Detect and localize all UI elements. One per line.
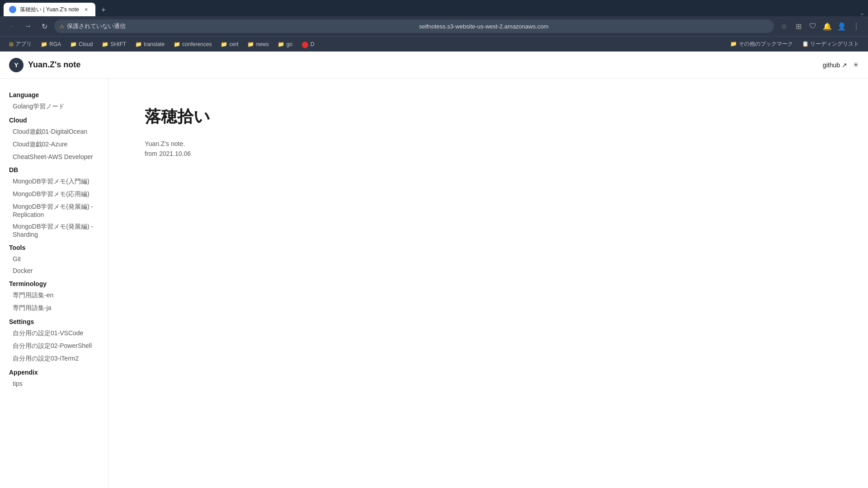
bookmark-apps[interactable]: ⊞ アプリ: [5, 38, 35, 50]
nav-actions: ☆ ⊞ 🛡 🔔 👤 ⋮: [778, 20, 863, 33]
folder-icon: 📁: [247, 41, 254, 47]
folder-icon: 📁: [70, 41, 77, 47]
reading-list-label: 📋 リーディングリスト: [802, 40, 859, 48]
tab-favicon: [9, 6, 16, 13]
tab-bar: 落穂拾い | Yuan.Z's note ✕ + ⌄: [0, 0, 868, 16]
window-controls: ⌄: [860, 10, 864, 16]
bookmark-d[interactable]: ⬤ D: [298, 39, 318, 50]
apps-grid-icon: ⊞: [9, 41, 14, 47]
active-tab[interactable]: 落穂拾い | Yuan.Z's note ✕: [4, 3, 95, 16]
refresh-button[interactable]: ↻: [38, 20, 51, 33]
bookmark-conferences-label: conferences: [182, 41, 212, 47]
github-link[interactable]: github ↗: [823, 61, 847, 69]
sidebar-section-db: DB: [0, 163, 108, 175]
extension3-button[interactable]: 🔔: [821, 20, 834, 33]
tab-title: 落穂拾い | Yuan.Z's note: [20, 6, 79, 14]
other-bookmarks-label: 📁 その他のブックマーク: [730, 40, 793, 48]
tab-bar-right: ⌄: [860, 10, 868, 16]
github-label: github: [823, 61, 840, 69]
sidebar-section-cloud: Cloud: [0, 113, 108, 126]
sidebar: Language Golang学習ノード Cloud Cloud遊戯01-Dig…: [0, 79, 108, 488]
sidebar-item-azure[interactable]: Cloud遊戯02-Azure: [0, 138, 108, 151]
bookmark-conferences[interactable]: 📁 conferences: [170, 39, 215, 49]
sidebar-item-golang[interactable]: Golang学習ノード: [0, 100, 108, 113]
subtitle-line1: Yuan.Z's note.: [145, 139, 832, 149]
lock-icon: ⚠: [60, 23, 64, 29]
sidebar-item-terminology-ja[interactable]: 専門用語集-ja: [0, 302, 108, 314]
bookmarks-bar: ⊞ アプリ 📁 RGA 📁 Cloud 📁 SHIFT 📁 translate …: [0, 36, 868, 52]
sidebar-item-vscode[interactable]: 自分用の設定01-VSCode: [0, 327, 108, 340]
sidebar-item-docker[interactable]: Docker: [0, 265, 108, 277]
nav-bar: ← → ↻ ⚠ 保護されていない通信 selfnotess.s3-website…: [0, 16, 868, 36]
url-text: selfnotess.s3-website-us-west-2.amazonaw…: [419, 23, 769, 30]
tab-close-button[interactable]: ✕: [83, 6, 90, 13]
bookmark-cert-label: cert: [229, 41, 238, 47]
sidebar-item-terminology-en[interactable]: 専門用語集-en: [0, 289, 108, 302]
bookmark-cloud[interactable]: 📁 Cloud: [66, 39, 96, 49]
sidebar-section-settings: Settings: [0, 314, 108, 327]
subtitle-line2: from 2021.10.06: [145, 149, 832, 159]
page-wrapper: Y Yuan.Z's note github ↗ ☀ Language Gola…: [0, 52, 868, 488]
bookmark-go-label: go: [286, 41, 292, 47]
folder-icon: 📁: [221, 41, 227, 47]
bookmark-cert[interactable]: 📁 cert: [217, 39, 242, 49]
sidebar-section-language: Language: [0, 88, 108, 100]
sidebar-section-tools: Tools: [0, 240, 108, 253]
bookmark-apps-label: アプリ: [15, 40, 32, 48]
main-layout: Language Golang学習ノード Cloud Cloud遊戯01-Dig…: [0, 79, 868, 488]
forward-button[interactable]: →: [22, 20, 34, 33]
site-title: Yuan.Z's note: [28, 60, 80, 70]
site-logo[interactable]: Y Yuan.Z's note: [9, 58, 80, 72]
sidebar-item-aws[interactable]: CheatSheet-AWS Developer: [0, 151, 108, 163]
folder-icon: 📁: [278, 41, 284, 47]
logo-icon: Y: [9, 58, 24, 72]
sidebar-section-appendix: Appendix: [0, 365, 108, 378]
bookmark-d-label: D: [311, 41, 315, 47]
sidebar-section-terminology: Terminology: [0, 277, 108, 289]
other-bookmarks[interactable]: 📁 その他のブックマーク: [726, 38, 796, 50]
sidebar-item-git[interactable]: Git: [0, 253, 108, 265]
page-title: 落穂拾い: [145, 106, 832, 128]
sidebar-item-mongodb-intro[interactable]: MongoDB学習メモ(入門編): [0, 175, 108, 188]
external-link-icon: ↗: [842, 61, 847, 69]
bookmark-translate[interactable]: 📁 translate: [132, 39, 168, 49]
folder-icon: 📁: [174, 41, 180, 47]
bookmark-star-button[interactable]: ☆: [778, 20, 790, 33]
sidebar-item-iterm2[interactable]: 自分用の設定03-iTerm2: [0, 352, 108, 365]
bookmark-news-label: news: [256, 41, 269, 47]
back-button[interactable]: ←: [5, 20, 18, 33]
bookmark-shift[interactable]: 📁 SHIFT: [98, 39, 130, 49]
reading-list[interactable]: 📋 リーディングリスト: [798, 38, 863, 50]
sidebar-item-mongodb-advanced[interactable]: MongoDB学習メモ(応用編): [0, 188, 108, 201]
bookmarks-right: 📁 その他のブックマーク 📋 リーディングリスト: [726, 38, 863, 50]
sidebar-item-digitalocean[interactable]: Cloud遊戯01-DigitalOcean: [0, 126, 108, 138]
sidebar-item-mongodb-replication[interactable]: MongoDB学習メモ(発展編) - Replication: [0, 201, 108, 221]
bookmark-rga-label: RGA: [49, 41, 61, 47]
bookmark-go[interactable]: 📁 go: [274, 39, 296, 49]
bookmark-translate-label: translate: [144, 41, 165, 47]
bookmark-cloud-label: Cloud: [79, 41, 93, 47]
folder-icon: 📁: [102, 41, 108, 47]
menu-button[interactable]: ⋮: [850, 20, 863, 33]
theme-toggle-button[interactable]: ☀: [853, 61, 859, 69]
bookmark-shift-label: SHIFT: [110, 41, 126, 47]
profile-button[interactable]: 👤: [835, 20, 848, 33]
extension2-button[interactable]: 🛡: [807, 20, 819, 33]
folder-icon: 📁: [135, 41, 142, 47]
main-content: 落穂拾い Yuan.Z's note. from 2021.10.06: [108, 79, 868, 488]
sidebar-item-mongodb-sharding[interactable]: MongoDB学習メモ(発展編) - Sharding: [0, 221, 108, 240]
bookmark-news[interactable]: 📁 news: [244, 39, 272, 49]
folder-icon: 📁: [41, 41, 47, 47]
lock-notice: 保護されていない通信: [67, 22, 416, 30]
page-subtitle: Yuan.Z's note. from 2021.10.06: [145, 139, 832, 159]
address-bar[interactable]: ⚠ 保護されていない通信 selfnotess.s3-website-us-we…: [54, 19, 774, 33]
opera-icon: ⬤: [302, 41, 309, 48]
sidebar-item-powershell[interactable]: 自分用の設定02-PowerShell: [0, 340, 108, 352]
extension-button[interactable]: ⊞: [792, 20, 805, 33]
new-tab-button[interactable]: +: [97, 4, 110, 16]
site-header-right: github ↗ ☀: [823, 61, 859, 69]
bookmark-rga[interactable]: 📁 RGA: [37, 39, 65, 49]
sidebar-item-tips[interactable]: tips: [0, 378, 108, 389]
site-header: Y Yuan.Z's note github ↗ ☀: [0, 52, 868, 79]
